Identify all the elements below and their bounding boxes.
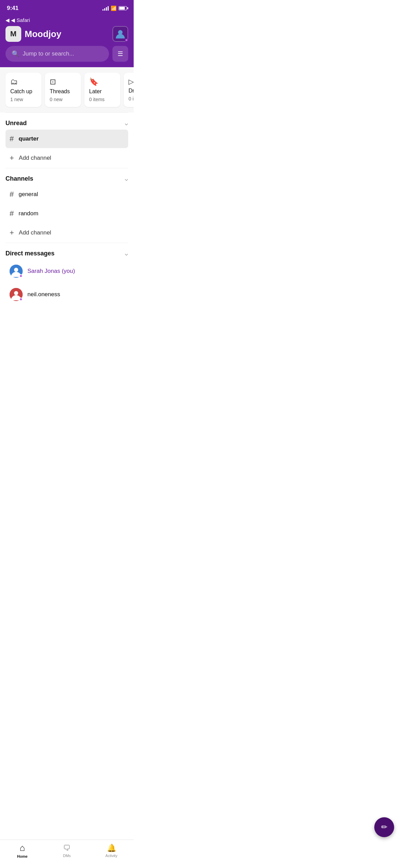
unread-header[interactable]: Unread ⌵	[5, 112, 128, 130]
channel-hash-icon: #	[10, 209, 14, 218]
status-icons: 📶	[102, 5, 127, 11]
threads-sub: 0 new	[50, 97, 76, 102]
workspace-name: Moodjoy	[25, 29, 61, 39]
workspace-logo[interactable]: M	[5, 26, 21, 42]
quick-access-section: 🗂 Catch up 1 new ⊡ Threads 0 new 🔖 Later…	[0, 67, 134, 112]
drafts-title: Drafts	[129, 88, 134, 94]
threads-icon: ⊡	[50, 77, 76, 86]
search-placeholder: Jump to or search...	[23, 50, 74, 57]
svg-point-4	[14, 291, 18, 295]
svg-point-0	[118, 30, 122, 35]
dm-avatar-neil	[10, 288, 23, 301]
avatar-status-dot	[125, 38, 128, 42]
search-row: 🔍 Jump to or search... ☰	[5, 46, 128, 62]
threads-title: Threads	[50, 88, 76, 95]
unread-title: Unread	[5, 120, 27, 127]
dm-name: Sarah Jonas (you)	[27, 268, 75, 275]
status-bar: 9:41 📶	[0, 0, 134, 14]
channel-random[interactable]: # random	[5, 204, 128, 223]
direct-messages-section: Direct messages ⌵ Sarah Jonas (you)	[0, 243, 134, 306]
unread-channel-quarter[interactable]: # quarter	[5, 130, 128, 148]
svg-point-2	[14, 268, 18, 272]
dm-status-dot	[19, 298, 23, 301]
channels-add-channel[interactable]: + Add channel	[5, 224, 128, 242]
back-arrow-icon: ◀	[5, 17, 10, 23]
channel-general[interactable]: # general	[5, 185, 128, 204]
channel-name: general	[19, 191, 38, 198]
drafts-card[interactable]: ▷ Drafts 0 items	[124, 73, 134, 107]
dm-header[interactable]: Direct messages ⌵	[5, 243, 128, 260]
later-title: Later	[89, 88, 116, 95]
channel-hash-icon: #	[10, 134, 14, 143]
add-icon: +	[10, 154, 14, 162]
signal-icon	[102, 6, 109, 11]
catchup-card[interactable]: 🗂 Catch up 1 new	[5, 73, 41, 107]
add-channel-label: Add channel	[19, 229, 51, 236]
drafts-sub: 0 items	[129, 96, 134, 101]
channels-chevron-icon: ⌵	[125, 176, 128, 182]
unread-chevron-icon: ⌵	[125, 120, 128, 126]
later-card[interactable]: 🔖 Later 0 items	[84, 73, 120, 107]
dm-sarah-jonas[interactable]: Sarah Jonas (you)	[5, 260, 128, 282]
channel-hash-icon: #	[10, 190, 14, 199]
safari-back[interactable]: ◀ ◀ Safari	[5, 17, 128, 23]
header-left: M Moodjoy	[5, 26, 61, 42]
channel-name: random	[19, 210, 38, 217]
channels-section: Channels ⌵ # general # random + Add chan…	[0, 168, 134, 242]
search-icon: 🔍	[12, 50, 19, 58]
dm-title: Direct messages	[5, 250, 54, 257]
user-avatar-button[interactable]	[112, 26, 128, 42]
later-icon: 🔖	[89, 77, 116, 86]
catchup-icon: 🗂	[10, 77, 37, 86]
dm-avatar-sarah	[10, 265, 23, 278]
channels-title: Channels	[5, 175, 33, 182]
channels-header[interactable]: Channels ⌵	[5, 168, 128, 185]
header: ◀ ◀ Safari M Moodjoy 🔍 Jump to or search…	[0, 14, 134, 67]
drafts-icon: ▷	[129, 77, 134, 86]
dm-neil-oneness[interactable]: neil.oneness	[5, 283, 128, 306]
dm-name: neil.oneness	[27, 291, 60, 298]
status-time: 9:41	[7, 5, 19, 12]
channel-name: quarter	[19, 135, 39, 142]
wifi-icon: 📶	[111, 5, 117, 11]
threads-card[interactable]: ⊡ Threads 0 new	[45, 73, 81, 107]
unread-add-channel[interactable]: + Add channel	[5, 149, 128, 167]
add-channel-label: Add channel	[19, 155, 51, 161]
catchup-sub: 1 new	[10, 97, 37, 102]
later-sub: 0 items	[89, 97, 116, 102]
filter-button[interactable]: ☰	[112, 46, 128, 62]
catchup-title: Catch up	[10, 88, 37, 95]
add-icon: +	[10, 228, 14, 237]
search-bar[interactable]: 🔍 Jump to or search...	[5, 46, 109, 62]
header-row: M Moodjoy	[5, 26, 128, 42]
unread-section: Unread ⌵ # quarter + Add channel	[0, 112, 134, 167]
dm-status-dot	[19, 274, 23, 278]
person-icon	[115, 29, 125, 39]
dm-chevron-icon: ⌵	[125, 250, 128, 257]
battery-icon	[119, 6, 127, 10]
filter-icon: ☰	[118, 50, 123, 58]
